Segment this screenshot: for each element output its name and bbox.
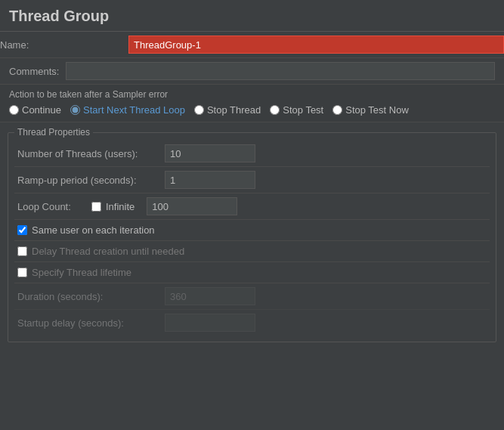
specify-lifetime-label: Specify Thread lifetime	[32, 267, 131, 278]
radio-stop-test-input[interactable]	[270, 105, 280, 115]
num-threads-input[interactable]	[165, 144, 255, 162]
delay-thread-label: Delay Thread creation until needed	[32, 246, 184, 257]
radio-stop-test[interactable]: Stop Test	[270, 104, 323, 116]
delay-thread-row: Delay Thread creation until needed	[14, 241, 490, 262]
page-title: Thread Group	[0, 0, 504, 32]
radio-stop-thread[interactable]: Stop Thread	[194, 104, 261, 116]
delay-thread-checkbox[interactable]	[17, 246, 27, 256]
ramp-up-label: Ramp-up period (seconds):	[17, 175, 165, 186]
radio-start-next[interactable]: Start Next Thread Loop	[70, 104, 185, 116]
radio-stop-test-now-label: Stop Test Now	[345, 104, 409, 116]
startup-delay-label: Startup delay (seconds):	[17, 317, 165, 329]
radio-stop-thread-input[interactable]	[194, 105, 204, 115]
thread-properties-legend: Thread Properties	[14, 127, 93, 138]
radio-group: Continue Start Next Thread Loop Stop Thr…	[9, 104, 495, 116]
radio-start-next-input[interactable]	[70, 105, 80, 115]
duration-row: Duration (seconds):	[14, 283, 490, 310]
loop-count-input[interactable]	[147, 197, 237, 215]
radio-continue[interactable]: Continue	[9, 104, 61, 116]
ramp-up-row: Ramp-up period (seconds):	[14, 167, 490, 193]
comments-input[interactable]	[66, 62, 495, 80]
radio-stop-thread-label: Stop Thread	[207, 104, 261, 116]
startup-delay-row: Startup delay (seconds):	[14, 310, 490, 336]
radio-continue-label: Continue	[22, 104, 61, 116]
action-section: Action to be taken after a Sampler error…	[0, 85, 504, 122]
infinite-label: Infinite	[106, 201, 135, 212]
infinite-checkbox-item[interactable]: Infinite	[91, 201, 135, 212]
thread-properties-section: Thread Properties Number of Threads (use…	[8, 127, 496, 342]
comments-row: Comments:	[0, 58, 504, 85]
num-threads-label: Number of Threads (users):	[17, 148, 165, 159]
name-label: Name:	[0, 39, 128, 51]
same-user-label: Same user on each iteration	[32, 224, 155, 236]
infinite-checkbox[interactable]	[91, 202, 101, 212]
num-threads-row: Number of Threads (users):	[14, 141, 490, 167]
ramp-up-input[interactable]	[165, 171, 255, 189]
loop-count-label: Loop Count:	[17, 201, 85, 212]
specify-lifetime-row: Specify Thread lifetime	[14, 262, 490, 283]
specify-lifetime-checkbox[interactable]	[17, 268, 27, 277]
duration-input	[165, 287, 255, 305]
duration-label: Duration (seconds):	[17, 291, 165, 302]
action-title: Action to be taken after a Sampler error	[9, 89, 495, 100]
name-input[interactable]	[128, 36, 504, 54]
radio-continue-input[interactable]	[9, 105, 19, 115]
startup-delay-input	[165, 314, 255, 332]
radio-stop-test-now-input[interactable]	[332, 105, 342, 115]
comments-label: Comments:	[9, 66, 66, 77]
radio-stop-test-label: Stop Test	[283, 104, 323, 116]
radio-stop-test-now[interactable]: Stop Test Now	[332, 104, 409, 116]
loop-count-row: Loop Count: Infinite	[14, 193, 490, 220]
radio-start-next-label: Start Next Thread Loop	[83, 104, 185, 116]
same-user-checkbox[interactable]	[17, 225, 27, 235]
same-user-row: Same user on each iteration	[14, 220, 490, 241]
name-row: Name:	[0, 32, 504, 58]
